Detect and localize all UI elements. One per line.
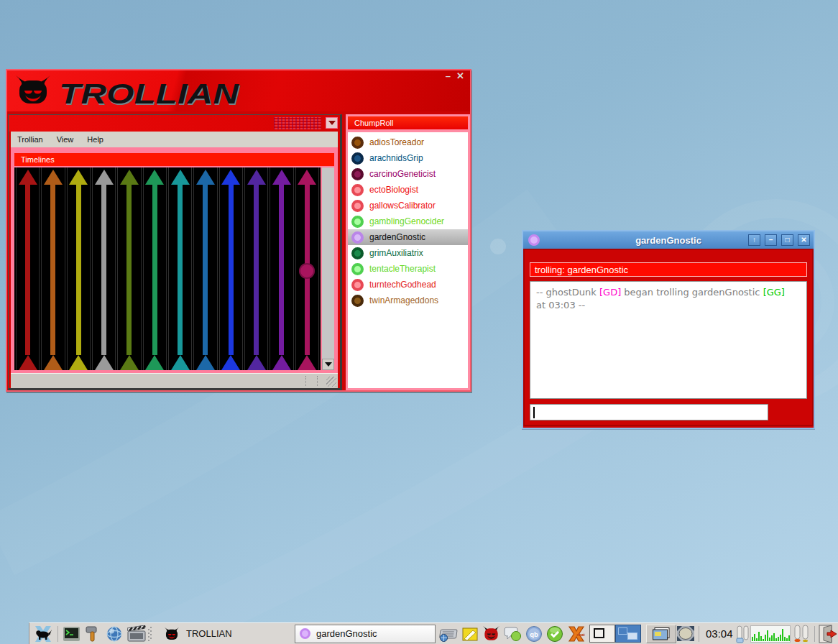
timelines-scrollbar[interactable]: [322, 167, 334, 370]
window-list-button[interactable]: [646, 625, 676, 643]
scroll-down-button[interactable]: [322, 359, 334, 370]
chum-status-icon: [351, 137, 364, 149]
timeline-arrowhead: [95, 170, 114, 185]
chum-handle: gallowsCalibrator: [369, 201, 436, 211]
shade-button[interactable]: ↑: [748, 234, 760, 246]
mailbox-indicator-icon[interactable]: [736, 625, 750, 643]
trollian-tray-devil-icon[interactable]: [482, 625, 500, 642]
timeline-line: [178, 185, 183, 355]
trollian-titlebar[interactable]: TROLLIAN TROLLIAN – ✕: [7, 70, 470, 111]
media-clapperboard-icon[interactable]: [127, 625, 146, 643]
workspace-pager: [589, 625, 641, 643]
close-button[interactable]: ✕: [798, 234, 810, 246]
workspace-1-button[interactable]: [589, 625, 615, 643]
message-text: [GG]: [763, 287, 785, 298]
chat-titlebar[interactable]: gardenGnostic ↑ – □ ✕: [523, 231, 814, 249]
timeline-arrowhead: [272, 170, 291, 185]
timeline-column: [219, 167, 243, 370]
resize-grip[interactable]: [326, 377, 336, 387]
inner-window-shade-button[interactable]: [326, 117, 338, 129]
timeline-line: [279, 185, 284, 355]
svg-text:chat: chat: [576, 632, 584, 637]
chum-handle: gamblingGenocider: [369, 216, 444, 226]
cpu-graph[interactable]: [750, 625, 791, 643]
timelines-panel: Timelines: [11, 147, 338, 373]
web-browser-globe-icon[interactable]: [106, 625, 123, 643]
timeline-arrowhead: [247, 170, 266, 185]
chum-row[interactable]: ectoBiologist: [348, 182, 468, 198]
message-text: began trolling gardenGnostic: [621, 287, 763, 298]
chum-status-icon: [351, 168, 364, 180]
keyboard-layout-tray-icon[interactable]: [439, 625, 459, 643]
chum-status-icon: [351, 216, 364, 228]
statusbar-separator: [317, 376, 318, 386]
chum-row[interactable]: twinArmageddons: [348, 293, 468, 308]
minimize-button[interactable]: –: [765, 234, 777, 246]
chum-row[interactable]: adiosToreador: [348, 134, 468, 150]
screen-monitor-icon[interactable]: [676, 625, 695, 642]
chum-handle: grimAuxiliatrix: [369, 248, 423, 258]
chum-status-icon: [351, 184, 364, 196]
menu-item[interactable]: Help: [87, 135, 103, 144]
x11-launcher-icon[interactable]: [34, 625, 53, 643]
message-area[interactable]: -- ghostDunk [GD] began trolling gardenG…: [530, 281, 807, 399]
chum-status-icon: [351, 263, 364, 275]
timelines-window-titlebar[interactable]: [9, 115, 340, 132]
timeline-base: [95, 355, 114, 370]
task-button-trollian[interactable]: TROLLIAN: [164, 627, 295, 641]
task-button-gardengnostic[interactable]: gardenGnostic: [295, 625, 436, 643]
timelines-window: TrollianViewHelp Timelines: [8, 114, 342, 390]
close-button[interactable]: ✕: [456, 72, 464, 80]
chum-row[interactable]: gamblingGenocider: [348, 213, 468, 229]
statusbar-separator: [305, 376, 306, 386]
chat-input[interactable]: [530, 404, 768, 420]
timeline-base: [145, 355, 164, 370]
checkmark-tray-icon[interactable]: [546, 625, 563, 643]
text-caret: [533, 407, 535, 418]
chum-handle: turntechGodhead: [369, 280, 436, 290]
timeline-line: [101, 185, 106, 355]
maximize-button[interactable]: □: [781, 234, 793, 246]
timeline-column: [16, 167, 40, 370]
menu-item[interactable]: View: [57, 135, 74, 144]
timeline-column: [41, 167, 65, 370]
chum-row[interactable]: turntechGodhead: [348, 277, 468, 293]
timeline-column: [92, 167, 116, 370]
chum-row[interactable]: gardenGnostic: [348, 229, 468, 245]
timeline-base: [19, 355, 37, 370]
workspace-2-button[interactable]: [615, 625, 641, 643]
chum-row[interactable]: grimAuxiliatrix: [348, 245, 468, 261]
timeline-line: [126, 185, 132, 355]
timeline-base: [272, 355, 291, 370]
chumproll-list: adiosToreador arachnidsGrip carcinoGenet…: [348, 132, 468, 388]
chum-status-icon: [351, 231, 364, 244]
chum-row[interactable]: arachnidsGrip: [348, 150, 468, 166]
chum-status-icon: [351, 247, 364, 259]
notes-tray-icon[interactable]: [461, 625, 479, 643]
message-text: [GD]: [599, 287, 621, 298]
timelines-header: Timelines: [14, 153, 334, 166]
chum-row[interactable]: tentacleTherapist: [348, 261, 468, 277]
chat-bubble-tray-icon[interactable]: [504, 625, 522, 643]
logout-icon[interactable]: [818, 625, 837, 643]
chum-status-icon: [351, 200, 364, 212]
clock[interactable]: 03:04: [706, 627, 733, 640]
timelines-canvas: [14, 167, 321, 370]
minimize-button[interactable]: –: [446, 72, 451, 80]
chum-row[interactable]: gallowsCalibrator: [348, 198, 468, 213]
timeline-line: [76, 185, 81, 355]
terminal-launcher-icon[interactable]: [63, 625, 80, 643]
chat-window: gardenGnostic ↑ – □ ✕ trolling: gardenGn…: [522, 230, 815, 429]
timeline-base: [69, 355, 88, 370]
taskbar-grip[interactable]: [148, 627, 152, 641]
qbittorrent-tray-icon[interactable]: qb: [525, 625, 543, 643]
chumproll-panel: ChumpRoll adiosToreador arachnidsGrip ca…: [346, 114, 470, 390]
status-meters-icon[interactable]: [793, 625, 811, 643]
xchat-tray-icon[interactable]: chat: [567, 625, 586, 643]
trolling-status-bar: trolling: gardenGnostic: [530, 262, 807, 277]
chum-row[interactable]: carcinoGeneticist: [348, 166, 468, 182]
hammer-tool-icon[interactable]: [85, 625, 101, 643]
chum-status-icon: [351, 152, 364, 165]
timeline-base: [298, 355, 316, 370]
menu-item[interactable]: Trollian: [17, 135, 43, 144]
